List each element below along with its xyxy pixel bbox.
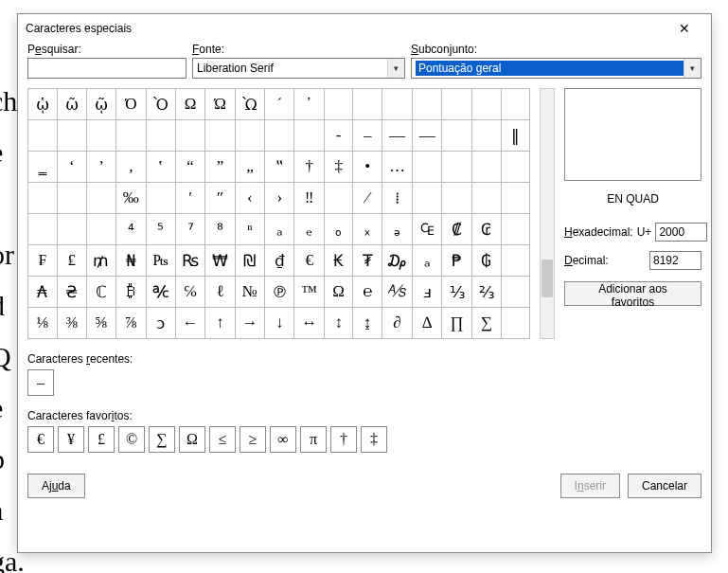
character-cell[interactable]: › <box>265 183 294 214</box>
character-cell[interactable]: ↑ <box>205 308 235 339</box>
character-cell[interactable] <box>86 214 115 245</box>
hex-input[interactable] <box>655 223 707 242</box>
favorite-character[interactable]: ∞ <box>270 426 296 453</box>
character-cell[interactable]: ₮ <box>353 245 382 277</box>
character-cell[interactable]: „ <box>235 152 264 183</box>
character-cell[interactable] <box>442 120 471 152</box>
character-cell[interactable]: … <box>382 152 412 183</box>
close-button[interactable]: ✕ <box>666 15 703 42</box>
subset-combobox[interactable]: Pontuação geral ▾ <box>411 58 701 79</box>
character-cell[interactable]: ⅞ <box>116 308 146 339</box>
character-cell[interactable]: † <box>294 152 324 183</box>
character-cell[interactable]: ℗ <box>265 277 294 308</box>
character-cell[interactable] <box>501 89 529 120</box>
character-cell[interactable] <box>382 89 412 120</box>
character-cell[interactable]: ₐ <box>413 245 442 277</box>
character-cell[interactable]: Ω <box>175 89 205 120</box>
character-cell[interactable]: Ώ <box>205 89 235 120</box>
character-cell[interactable]: ⁸ <box>205 214 235 245</box>
character-cell[interactable]: ∑ <box>471 308 501 339</box>
character-cell[interactable]: ℅ <box>175 277 205 308</box>
character-cell[interactable]: ₫ <box>265 245 294 277</box>
character-cell[interactable]: ₨ <box>175 245 205 277</box>
character-cell[interactable]: “ <box>175 152 205 183</box>
character-cell[interactable] <box>57 214 86 245</box>
favorite-character[interactable]: π <box>300 426 327 453</box>
character-cell[interactable]: ⅓ <box>442 277 471 308</box>
character-cell[interactable]: ⁞ <box>382 183 412 214</box>
grid-scrollbar[interactable] <box>540 88 555 339</box>
character-cell[interactable]: ℀ <box>146 277 175 308</box>
character-cell[interactable] <box>471 183 501 214</box>
character-cell[interactable]: ⅜ <box>57 308 86 339</box>
character-cell[interactable]: ↨ <box>353 308 382 339</box>
character-cell[interactable] <box>501 308 529 339</box>
favorite-character[interactable]: ¥ <box>58 426 84 453</box>
character-cell[interactable] <box>146 120 175 152</box>
character-cell[interactable] <box>86 120 115 152</box>
character-cell[interactable]: € <box>294 245 324 277</box>
character-cell[interactable]: ₔ <box>382 214 412 245</box>
character-cell[interactable] <box>116 120 146 152</box>
character-cell[interactable]: ⁵ <box>146 214 175 245</box>
character-cell[interactable] <box>442 152 471 183</box>
favorite-character[interactable]: ∑ <box>149 426 175 453</box>
character-cell[interactable]: ‡ <box>324 152 353 183</box>
character-cell[interactable]: ⁄ <box>353 183 382 214</box>
character-cell[interactable]: ↕ <box>324 308 353 339</box>
character-cell[interactable]: ↓ <box>265 308 294 339</box>
character-cell[interactable]: ∂ <box>382 308 412 339</box>
character-cell[interactable]: ∏ <box>442 308 471 339</box>
character-cell[interactable] <box>57 120 86 152</box>
character-cell[interactable]: ₤ <box>57 245 86 277</box>
character-cell[interactable] <box>86 183 115 214</box>
character-cell[interactable]: ₡ <box>442 214 471 245</box>
character-cell[interactable] <box>442 183 471 214</box>
character-cell[interactable]: ⅛ <box>28 308 58 339</box>
character-cell[interactable]: ’ <box>86 152 115 183</box>
character-cell[interactable] <box>501 245 529 277</box>
character-cell[interactable] <box>205 120 235 152</box>
character-cell[interactable] <box>413 183 442 214</box>
character-cell[interactable] <box>471 152 501 183</box>
character-cell[interactable]: ‰ <box>116 183 146 214</box>
character-cell[interactable] <box>501 152 529 183</box>
character-cell[interactable]: ‘ <box>57 152 86 183</box>
character-cell[interactable]: ᾡ <box>28 89 58 120</box>
character-cell[interactable]: Ω <box>324 277 353 308</box>
character-cell[interactable]: ₳ <box>28 277 58 308</box>
character-cell[interactable] <box>146 183 175 214</box>
character-cell[interactable]: ₱ <box>442 245 471 277</box>
favorite-character[interactable]: £ <box>88 426 115 453</box>
character-cell[interactable] <box>471 120 501 152</box>
character-cell[interactable]: Ὼ <box>235 89 264 120</box>
character-cell[interactable]: ₪ <box>235 245 264 277</box>
character-cell[interactable]: ₩ <box>205 245 235 277</box>
character-cell[interactable]: Ὸ <box>146 89 175 120</box>
recent-character[interactable]: – <box>27 369 54 396</box>
character-cell[interactable]: ₲ <box>471 245 501 277</box>
character-grid[interactable]: ᾡῶῷΌῸΩΏῺ´᾿‐–—―‖‗‘’‚‛“”„‟†‡•…‰′″‹›‼⁄⁞⁴⁵⁷⁸… <box>27 88 530 339</box>
character-cell[interactable]: ℮ <box>353 277 382 308</box>
character-cell[interactable]: ⁴ <box>116 214 146 245</box>
character-cell[interactable] <box>324 89 353 120</box>
character-cell[interactable]: ℓ <box>205 277 235 308</box>
character-cell[interactable] <box>294 120 324 152</box>
character-cell[interactable]: ‚ <box>116 152 146 183</box>
character-cell[interactable] <box>413 152 442 183</box>
favorite-character[interactable]: ≥ <box>240 426 266 453</box>
character-cell[interactable] <box>501 277 529 308</box>
character-cell[interactable]: ↄ <box>146 308 175 339</box>
character-cell[interactable]: ₓ <box>353 214 382 245</box>
character-cell[interactable]: ₯ <box>382 245 412 277</box>
character-cell[interactable] <box>501 183 529 214</box>
character-cell[interactable] <box>324 183 353 214</box>
character-cell[interactable]: ₭ <box>324 245 353 277</box>
character-cell[interactable]: ₿ <box>116 277 146 308</box>
character-cell[interactable]: ᾿ <box>294 89 324 120</box>
character-cell[interactable] <box>501 214 529 245</box>
character-cell[interactable]: № <box>235 277 264 308</box>
add-to-favorites-button[interactable]: Adicionar aos favoritos <box>564 281 701 306</box>
favorite-character[interactable]: Ω <box>179 426 205 453</box>
character-cell[interactable]: • <box>353 152 382 183</box>
